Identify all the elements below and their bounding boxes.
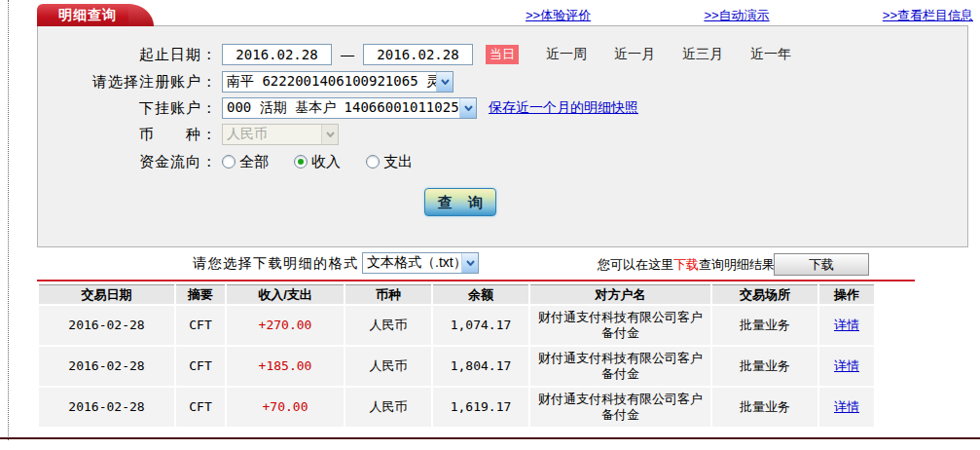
- red-divider-line: [37, 280, 915, 281]
- quick-range-today-button[interactable]: 当日: [486, 45, 519, 64]
- download-hint-link[interactable]: 下载: [673, 257, 699, 272]
- table-row-2-venue: 批量业务: [712, 388, 817, 427]
- table-row-2-detail-link[interactable]: 详情: [834, 399, 859, 415]
- link-view-column-info[interactable]: >>查看栏目信息: [883, 7, 973, 24]
- bottom-divider-line: [0, 437, 980, 439]
- col-header-currency: 币种: [345, 284, 431, 304]
- radio-unchecked-icon[interactable]: [366, 155, 380, 169]
- col-header-action: 操作: [819, 284, 874, 304]
- currency-label: 币 种：: [38, 126, 217, 144]
- table-row-0-date: 2016-02-28: [39, 306, 174, 345]
- download-button[interactable]: 下载: [774, 253, 869, 276]
- sub-account-select[interactable]: 000 活期 基本户 1406600101102571848: [222, 97, 477, 119]
- table-row-1-venue: 批量业务: [712, 347, 817, 386]
- fund-flow-label: 资金流向：: [38, 153, 217, 171]
- download-format-label: 请您选择下载明细的格式: [193, 255, 359, 273]
- col-header-date: 交易日期: [39, 284, 174, 304]
- quick-range-quarter-button[interactable]: 近三月: [682, 46, 723, 63]
- detail-query-page: 明细查询 >>体验评价 >>自动演示 >>查看栏目信息 起止日期： — 当日 近…: [0, 0, 980, 450]
- col-header-balance: 余额: [433, 284, 528, 304]
- quick-range-year-button[interactable]: 近一年: [750, 46, 791, 63]
- transactions-table: 交易日期 摘要 收入/支出 币种 余额 对方户名 交易场所 操作 2016-02…: [39, 284, 874, 427]
- download-format-value: 文本格式（.txt）: [363, 254, 461, 272]
- fund-flow-row: 资金流向： 全部 收入 支出: [38, 150, 967, 173]
- sub-account-value: 000 活期 基本户 1406600101102571848: [223, 99, 459, 117]
- table-row-1-amount: +185.00: [227, 347, 344, 386]
- quick-range-month-button[interactable]: 近一月: [614, 46, 655, 63]
- table-row-0-balance: 1,074.17: [433, 306, 528, 345]
- date-from-input[interactable]: [222, 44, 332, 65]
- download-hint-prefix: 您可以在这里: [598, 257, 673, 272]
- col-header-venue: 交易场所: [712, 284, 817, 304]
- currency-value: 人民币: [223, 126, 321, 143]
- left-dotted-border: [8, 0, 9, 440]
- query-form-panel: 起止日期： — 当日 近一周 近一月 近三月 近一年 请选择注册账户： 南平 6…: [37, 25, 968, 247]
- chevron-down-icon: [436, 72, 453, 92]
- chevron-down-icon: [321, 125, 338, 144]
- table-row-2-date: 2016-02-28: [39, 388, 174, 427]
- table-row-1-summary: CFT: [176, 347, 225, 386]
- table-row-1-counterparty: 财付通支付科技有限公司客户备付金: [530, 347, 710, 386]
- registered-account-row: 请选择注册账户： 南平 6222001406100921065 灵通卡: [38, 70, 967, 94]
- flow-option-all-label: 全部: [239, 153, 269, 171]
- table-row-2-balance: 1,619.17: [433, 388, 528, 427]
- radio-checked-icon[interactable]: [294, 155, 308, 169]
- flow-option-expense[interactable]: 支出: [366, 153, 413, 171]
- chevron-down-icon: [459, 98, 476, 118]
- table-row-1-date: 2016-02-28: [39, 347, 174, 386]
- radio-unchecked-icon[interactable]: [222, 155, 236, 169]
- table-row-0-counterparty: 财付通支付科技有限公司客户备付金: [530, 306, 710, 345]
- registered-account-label: 请选择注册账户：: [38, 73, 217, 92]
- table-row-0-currency: 人民币: [345, 306, 431, 345]
- flow-option-income[interactable]: 收入: [294, 153, 341, 171]
- table-row-2-amount: +70.00: [227, 388, 344, 427]
- chevron-down-icon: [461, 253, 478, 273]
- tab-detail-query[interactable]: 明细查询: [37, 4, 138, 26]
- table-row-0-venue: 批量业务: [712, 306, 817, 345]
- flow-option-expense-label: 支出: [383, 153, 413, 171]
- col-header-summary: 摘要: [176, 284, 225, 304]
- download-format-select[interactable]: 文本格式（.txt）: [362, 252, 479, 274]
- top-links: >>体验评价 >>自动演示 >>查看栏目信息: [526, 7, 973, 24]
- table-row-1-detail-link[interactable]: 详情: [834, 358, 859, 374]
- save-snapshot-link[interactable]: 保存近一个月的明细快照: [489, 99, 638, 117]
- link-auto-demo[interactable]: >>自动演示: [704, 7, 769, 24]
- sub-account-label: 下挂账户：: [38, 99, 217, 118]
- currency-row: 币 种： 人民币: [38, 123, 967, 146]
- page-title: 明细查询: [37, 4, 138, 26]
- flow-option-all[interactable]: 全部: [222, 153, 269, 171]
- date-range-row: 起止日期： — 当日 近一周 近一月 近三月 近一年: [38, 43, 967, 66]
- quick-range-week-button[interactable]: 近一周: [546, 46, 587, 63]
- flow-option-income-label: 收入: [311, 153, 341, 171]
- query-button[interactable]: 查 询: [424, 188, 496, 216]
- table-row-2-currency: 人民币: [345, 388, 431, 427]
- table-row-1-balance: 1,804.17: [433, 347, 528, 386]
- table-row-0-detail-link[interactable]: 详情: [834, 318, 859, 333]
- table-row-2-summary: CFT: [176, 388, 225, 427]
- link-experience-evaluation[interactable]: >>体验评价: [526, 7, 591, 24]
- col-header-amount: 收入/支出: [227, 284, 344, 304]
- download-hint: 您可以在这里下载查询明细结果: [598, 256, 775, 274]
- download-hint-suffix: 查询明细结果: [699, 257, 775, 272]
- registered-account-select[interactable]: 南平 6222001406100921065 灵通卡: [222, 71, 454, 93]
- table-row-0-amount: +270.00: [227, 306, 344, 345]
- date-range-label: 起止日期：: [38, 46, 217, 64]
- registered-account-value: 南平 6222001406100921065 灵通卡: [223, 73, 436, 91]
- table-row-2-counterparty: 财付通支付科技有限公司客户备付金: [530, 388, 710, 427]
- sub-account-row: 下挂账户： 000 活期 基本户 1406600101102571848 保存近…: [38, 96, 967, 120]
- currency-select-disabled: 人民币: [222, 124, 339, 145]
- table-row-0-summary: CFT: [176, 306, 225, 345]
- col-header-counterparty: 对方户名: [530, 284, 710, 304]
- date-to-input[interactable]: [363, 44, 473, 65]
- date-range-separator: —: [341, 47, 354, 62]
- table-row-1-currency: 人民币: [345, 347, 431, 386]
